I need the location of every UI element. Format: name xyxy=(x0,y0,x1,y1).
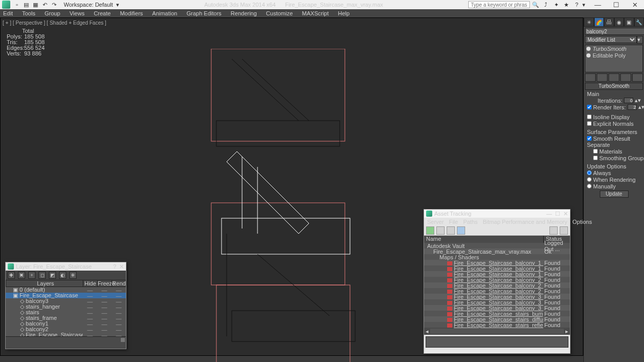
spinner-icon[interactable]: ▴▾ xyxy=(638,104,644,110)
layer-tree[interactable]: ▣ 0 (default)———▣ Fire_Escape_Staircase—… xyxy=(6,287,126,336)
share-icon[interactable]: ✦ xyxy=(551,1,561,9)
asset-row[interactable]: Fire_Escape_Staircase_balcony_2_bump.png… xyxy=(424,277,570,282)
make-unique-button[interactable] xyxy=(609,73,619,82)
scroll-right-icon[interactable]: ▸ xyxy=(564,328,570,335)
asset-row[interactable]: Fire_Escape_Staircase_stairs_diffuse.png… xyxy=(424,316,570,322)
menu-item[interactable]: Graph Editors xyxy=(187,10,222,16)
minimize-button[interactable]: — xyxy=(591,1,605,9)
close-button[interactable]: ✕ xyxy=(628,1,642,9)
render-iters-input[interactable] xyxy=(628,104,637,110)
menu-item[interactable]: Bitmap Performance and Memory xyxy=(483,219,567,225)
search-icon[interactable]: 🔍 xyxy=(531,1,540,9)
bulb-icon[interactable] xyxy=(586,53,591,58)
explicit-normals-checkbox[interactable] xyxy=(587,121,592,126)
asset-dialog-titlebar[interactable]: Asset Tracking —☐✕ xyxy=(424,209,570,218)
menu-item[interactable]: Paths xyxy=(463,219,477,225)
asset-row[interactable]: Fire_Escape_Staircase_balcony_3_bump.png… xyxy=(424,294,570,299)
save-icon[interactable]: ▦ xyxy=(31,1,40,9)
tab-hierarchy[interactable]: 品 xyxy=(604,17,614,27)
layer-dialog[interactable]: Layer: Fire_Escape_Staircase ?✕ ✚ ✖ + ◻ … xyxy=(5,262,126,349)
redo-icon[interactable]: ↷ xyxy=(49,1,59,9)
column-header[interactable]: Rend xyxy=(112,280,126,287)
close-icon[interactable]: ✕ xyxy=(563,211,568,217)
menu-item[interactable]: Server xyxy=(427,219,444,225)
menu-item[interactable]: Modifiers xyxy=(120,10,143,16)
add-to-layer-button[interactable]: + xyxy=(28,272,35,279)
maximize-icon[interactable]: ☐ xyxy=(555,211,560,217)
menu-item[interactable]: Rendering xyxy=(231,10,257,16)
menu-item[interactable]: Views xyxy=(69,10,84,16)
table-view-button[interactable] xyxy=(447,226,455,235)
pin-stack-button[interactable] xyxy=(585,73,596,82)
asset-row[interactable]: Fire_Escape_Staircase_balcony_2_diffuse.… xyxy=(424,282,570,288)
show-end-result-button[interactable] xyxy=(597,73,608,82)
smoothing-groups-checkbox[interactable] xyxy=(593,156,598,160)
menu-item[interactable]: Tools xyxy=(22,10,35,16)
smooth-result-checkbox[interactable] xyxy=(587,136,592,141)
menu-item[interactable]: Edit xyxy=(3,10,13,16)
menu-item[interactable]: Animation xyxy=(152,10,177,16)
new-layer-button[interactable]: ✚ xyxy=(8,272,15,279)
asset-row[interactable]: Fire_Escape_Staircase_balcony_2_reflecti… xyxy=(424,288,570,294)
tab-motion[interactable]: ◉ xyxy=(614,17,624,27)
open-icon[interactable]: ▤ xyxy=(22,1,31,9)
freeze-unfreeze-button[interactable]: ❄ xyxy=(69,272,77,279)
asset-row[interactable]: Fire_Escape_Staircase_balcony_3_diffuse.… xyxy=(424,299,570,305)
column-header[interactable]: Name xyxy=(424,236,543,243)
menu-item[interactable]: Customize xyxy=(266,10,293,16)
tree-view-button[interactable] xyxy=(436,226,445,235)
minimize-icon[interactable]: — xyxy=(546,211,552,217)
asset-row[interactable]: Fire_Escape_Staircase_balcony_1_reflecti… xyxy=(424,271,570,277)
asset-scrollbar[interactable]: ◂ ▸ xyxy=(424,328,570,335)
update-always-radio[interactable] xyxy=(587,170,592,175)
list-view-button[interactable] xyxy=(457,226,465,235)
remove-modifier-button[interactable] xyxy=(620,73,631,82)
workspace-dropdown[interactable]: Workspace: Default xyxy=(61,2,116,8)
asset-row[interactable]: Fire_Escape_Staircase_balcony_1_diffuse.… xyxy=(424,265,570,271)
column-header[interactable]: Freeze xyxy=(97,280,112,287)
menu-item[interactable]: Create xyxy=(94,10,111,16)
menu-item[interactable]: File xyxy=(449,219,458,225)
asset-row[interactable]: Fire_Escape_Staircase_balcony_3_reflecti… xyxy=(424,305,570,311)
undo-icon[interactable]: ↶ xyxy=(40,1,49,9)
search-input[interactable] xyxy=(468,1,530,8)
dropdown-arrow-icon[interactable]: ▾ xyxy=(637,36,643,44)
help-icon[interactable]: ? xyxy=(113,263,116,270)
link-icon[interactable]: ⤴ xyxy=(541,1,550,9)
help-icon[interactable]: ? xyxy=(572,1,581,9)
select-objects-button[interactable]: ◻ xyxy=(39,272,46,279)
tab-utilities[interactable]: 🔧 xyxy=(634,17,645,27)
update-manually-radio[interactable] xyxy=(587,184,592,188)
scroll-left-icon[interactable]: ◂ xyxy=(424,328,430,335)
asset-row[interactable]: Fire_Escape_Staircase_max_vray.maxOk xyxy=(424,249,570,254)
column-header[interactable]: Layers xyxy=(6,280,83,287)
layer-dialog-titlebar[interactable]: Layer: Fire_Escape_Staircase ?✕ xyxy=(6,262,126,271)
new-icon[interactable]: ▫ xyxy=(12,1,22,9)
menu-item[interactable]: Options xyxy=(573,219,592,225)
settings-button[interactable]: ⚙ xyxy=(560,226,568,235)
tab-display[interactable]: ▣ xyxy=(624,17,634,27)
menu-item[interactable]: Help xyxy=(338,10,350,16)
rollout-header-turbosmooth[interactable]: TurboSmooth xyxy=(585,83,643,90)
asset-tracking-dialog[interactable]: Asset Tracking —☐✕ ServerFilePathsBitmap… xyxy=(424,209,571,354)
layer-scrollbar[interactable] xyxy=(6,336,126,342)
update-when-rendering-radio[interactable] xyxy=(587,177,592,182)
object-name-input[interactable] xyxy=(585,28,644,35)
refresh-button[interactable] xyxy=(426,226,434,235)
asset-row[interactable]: Autodesk VaultLogged Out ... xyxy=(424,243,570,249)
viewport-label[interactable]: [ + ] [ Perspective ] [ Shaded + Edged F… xyxy=(3,20,106,26)
favorite-icon[interactable]: ★ xyxy=(562,1,571,9)
maximize-button[interactable]: ☐ xyxy=(609,1,623,9)
menu-item[interactable]: MAXScript xyxy=(302,10,329,16)
close-icon[interactable]: ✕ xyxy=(119,263,124,270)
help-button[interactable]: ? xyxy=(549,226,558,235)
menu-item[interactable]: Group xyxy=(45,10,61,16)
asset-row[interactable]: Maps / Shaders xyxy=(424,254,570,260)
bulb-icon[interactable] xyxy=(586,47,591,51)
spinner-icon[interactable]: ▴▾ xyxy=(635,97,641,104)
modifier-stack[interactable]: TurboSmooth Editable Poly xyxy=(585,45,643,72)
configure-sets-button[interactable] xyxy=(632,73,643,82)
asset-row[interactable]: Fire_Escape_Staircase_stairs_reflection.… xyxy=(424,322,570,328)
asset-row[interactable]: Fire_Escape_Staircase_balcony_1_bump.png… xyxy=(424,260,570,265)
hide-unhide-button[interactable]: ◐ xyxy=(59,272,66,279)
